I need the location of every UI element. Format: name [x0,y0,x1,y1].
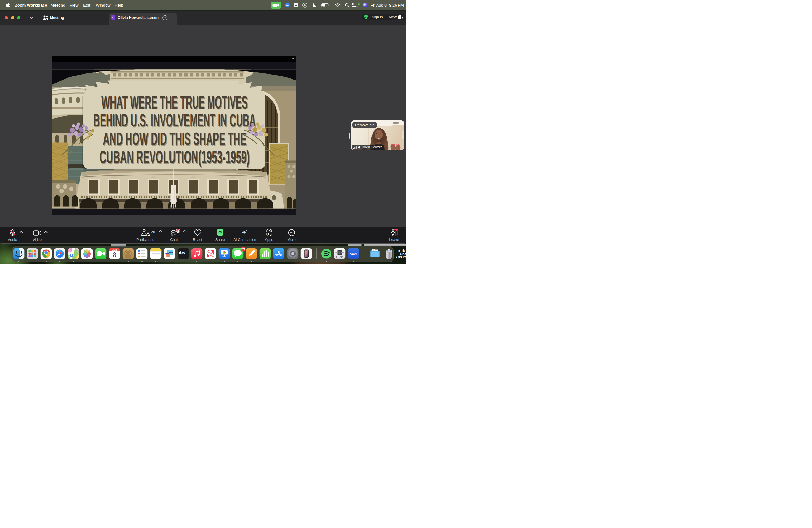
svg-text:CUBAN REVOLUTION(1953-1959): CUBAN REVOLUTION(1953-1959) [99,147,250,167]
svg-text:2: 2 [177,229,179,232]
svg-text:tv: tv [182,251,185,255]
svg-text:WHAT WERE THE TRUE MOTIVES: WHAT WERE THE TRUE MOTIVES [101,92,248,113]
svg-text:AUG: AUG [112,249,117,251]
svg-text:BEHIND U.S. INVOLVEMENT IN CUB: BEHIND U.S. INVOLVEMENT IN CUBA [93,111,256,130]
svg-text:zoom: zoom [349,252,358,255]
svg-text:zm: zm [286,4,289,6]
svg-text:8: 8 [113,251,117,259]
svg-text:AND HOW DID THIS SHAPE THE: AND HOW DID THIS SHAPE THE [103,129,246,149]
